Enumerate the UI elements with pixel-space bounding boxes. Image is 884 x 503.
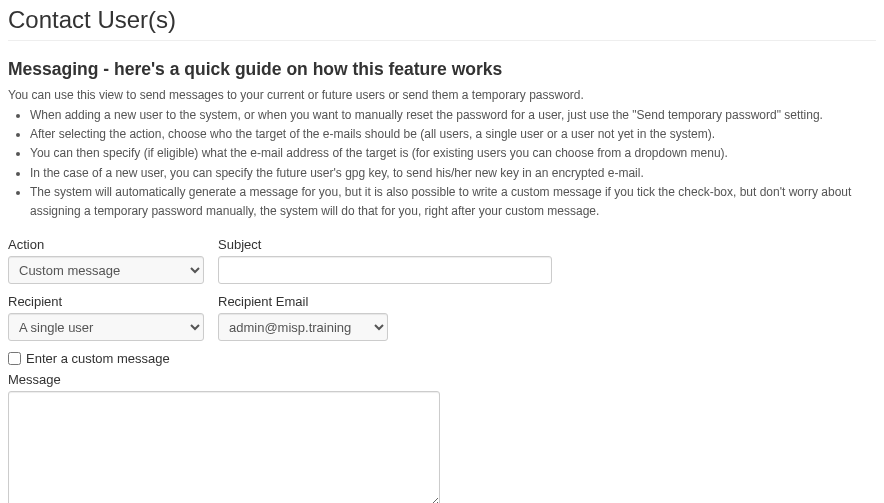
guide-item: You can then specify (if eligible) what … <box>30 144 876 163</box>
recipient-email-label: Recipient Email <box>218 294 388 309</box>
message-textarea[interactable] <box>8 391 440 503</box>
guide-item: After selecting the action, choose who t… <box>30 125 876 144</box>
action-select[interactable]: Custom message <box>8 256 204 284</box>
recipient-email-select[interactable]: admin@misp.training <box>218 313 388 341</box>
guide-item: In the case of a new user, you can speci… <box>30 164 876 183</box>
action-label: Action <box>8 237 204 252</box>
message-label: Message <box>8 372 876 387</box>
subject-input[interactable] <box>218 256 552 284</box>
subject-label: Subject <box>218 237 552 252</box>
recipient-select[interactable]: A single user <box>8 313 204 341</box>
page-title: Contact User(s) <box>8 6 876 34</box>
intro-text: You can use this view to send messages t… <box>8 88 876 102</box>
guide-item: The system will automatically generate a… <box>30 183 876 221</box>
custom-message-label: Enter a custom message <box>26 351 170 366</box>
section-title: Messaging - here's a quick guide on how … <box>8 59 876 80</box>
guide-list: When adding a new user to the system, or… <box>30 106 876 221</box>
custom-message-checkbox[interactable] <box>8 352 21 365</box>
guide-item: When adding a new user to the system, or… <box>30 106 876 125</box>
recipient-label: Recipient <box>8 294 204 309</box>
divider <box>8 40 876 41</box>
